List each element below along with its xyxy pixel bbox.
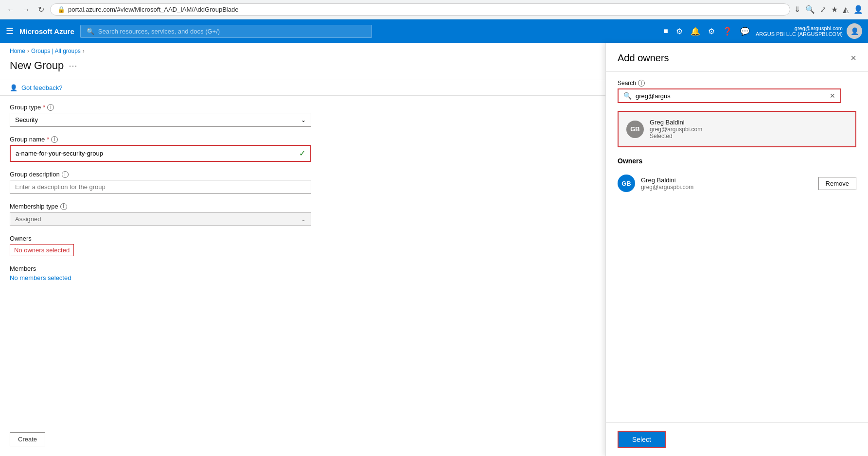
help-icon[interactable]: ❓ — [721, 25, 734, 38]
group-type-value: Security — [15, 116, 38, 123]
membership-type-value: Assigned — [15, 215, 41, 223]
add-owners-panel: Add owners × Search i 🔍 ✕ GB — [605, 43, 868, 456]
result-email: greg@arguspbi.com — [650, 126, 702, 133]
panel-header: Add owners × — [606, 43, 868, 72]
lock-icon: 🔒 — [57, 6, 65, 13]
azure-logo: Microsoft Azure — [19, 27, 74, 35]
group-name-group: Group name * i a-name-for-your-security-… — [10, 136, 596, 162]
group-type-info-icon[interactable]: i — [47, 104, 54, 111]
user-avatar[interactable]: 👤 — [847, 23, 862, 39]
bookmark-icon[interactable]: ★ — [831, 5, 838, 14]
group-name-input-wrapper: a-name-for-your-security-group ✓ — [10, 145, 311, 162]
breadcrumb-sep-1: › — [27, 48, 29, 54]
group-name-label: Group name * i — [10, 136, 596, 143]
notifications-icon[interactable]: 🔔 — [689, 25, 702, 38]
panel-title: Add owners — [618, 53, 669, 64]
feedback-person-icon: 👤 — [10, 84, 18, 91]
main-layout: Home › Groups | All groups › New Group ⋯… — [0, 43, 868, 456]
owner-info: Greg Baldini greg@arguspbi.com — [641, 176, 693, 191]
owner-name: Greg Baldini — [641, 176, 693, 184]
azure-search-bar[interactable]: 🔍 — [80, 25, 372, 38]
download-icon[interactable]: ⇓ — [794, 5, 800, 14]
members-label: Members — [10, 265, 596, 272]
search-label: Search i — [618, 80, 856, 87]
owners-label: Owners — [10, 235, 596, 242]
breadcrumb: Home › Groups | All groups › — [0, 43, 605, 57]
group-name-info-icon[interactable]: i — [51, 136, 58, 143]
browser-menu-icon[interactable]: ◭ — [843, 5, 849, 14]
user-info: greg@arguspbi.com ARGUS PBI LLC (ARGUSPB… — [756, 25, 843, 37]
search-clear-icon[interactable]: ✕ — [830, 92, 835, 100]
owners-section: Owners GB Greg Baldini greg@arguspbi.com… — [618, 157, 856, 196]
feedback-row[interactable]: 👤 Got feedback? — [0, 80, 605, 96]
group-type-select[interactable]: Security ⌄ — [10, 113, 311, 127]
forward-button[interactable]: → — [20, 4, 32, 15]
membership-type-select[interactable]: Assigned ⌄ — [10, 212, 311, 226]
panel-footer: Select — [606, 422, 868, 456]
settings-icon[interactable]: ⚙ — [706, 25, 717, 38]
browser-chrome: ← → ↻ 🔒 portal.azure.com/#view/Microsoft… — [0, 0, 868, 19]
hamburger-menu[interactable]: ☰ — [6, 26, 14, 36]
form-area: Group type * i Security ⌄ Group name * i… — [0, 104, 605, 281]
search-browser-icon[interactable]: 🔍 — [805, 5, 815, 14]
create-button[interactable]: Create — [10, 432, 45, 446]
members-group: Members No members selected — [10, 265, 596, 281]
membership-type-label: Membership type i — [10, 203, 596, 210]
cloud-shell-icon[interactable]: ■ — [661, 25, 670, 37]
breadcrumb-sep-2: › — [83, 48, 85, 54]
search-input-wrapper: 🔍 ✕ — [618, 88, 841, 103]
share-icon[interactable]: ⤢ — [820, 5, 826, 14]
url-text: portal.azure.com/#view/Microsoft_AAD_IAM… — [68, 6, 238, 13]
required-star-name: * — [47, 136, 49, 143]
feedback-icon[interactable]: 💬 — [738, 25, 752, 38]
form-footer: Create — [0, 422, 55, 456]
membership-type-group: Membership type i Assigned ⌄ — [10, 203, 596, 226]
breadcrumb-home[interactable]: Home — [10, 48, 25, 54]
input-check-icon: ✓ — [299, 149, 305, 158]
panel-close-button[interactable]: × — [850, 53, 856, 64]
no-owners-link[interactable]: No owners selected — [10, 244, 74, 256]
required-star: * — [43, 104, 45, 111]
select-button[interactable]: Select — [618, 431, 666, 448]
search-result-item[interactable]: GB Greg Baldini greg@arguspbi.com Select… — [619, 112, 855, 146]
azure-search-input[interactable] — [98, 28, 366, 35]
user-email: greg@arguspbi.com — [795, 25, 843, 31]
search-info-icon[interactable]: i — [638, 80, 645, 87]
result-selected-status: Selected — [650, 133, 702, 140]
result-info: Greg Baldini greg@arguspbi.com Selected — [650, 119, 702, 140]
membership-type-info-icon[interactable]: i — [60, 203, 67, 210]
owner-avatar: GB — [618, 175, 635, 192]
owners-section-title: Owners — [618, 157, 856, 165]
owner-item: GB Greg Baldini greg@arguspbi.com Remove — [618, 171, 856, 196]
panel-body: Search i 🔍 ✕ GB Greg Baldini greg@argusp… — [606, 72, 868, 422]
owner-left: GB Greg Baldini greg@arguspbi.com — [618, 175, 693, 192]
search-input[interactable] — [636, 92, 826, 100]
group-description-group: Group description i — [10, 171, 596, 194]
portal-settings-icon[interactable]: ⚙ — [674, 25, 685, 38]
group-description-label: Group description i — [10, 171, 596, 178]
group-description-info-icon[interactable]: i — [62, 171, 69, 178]
group-description-input[interactable] — [10, 180, 311, 194]
left-panel: Home › Groups | All groups › New Group ⋯… — [0, 43, 605, 456]
result-name: Greg Baldini — [650, 119, 702, 126]
azure-topnav: ☰ Microsoft Azure 🔍 ■ ⚙ 🔔 ⚙ ❓ 💬 greg@arg… — [0, 19, 868, 43]
address-bar[interactable]: 🔒 portal.azure.com/#view/Microsoft_AAD_I… — [50, 3, 790, 16]
topnav-icons: ■ ⚙ 🔔 ⚙ ❓ 💬 greg@arguspbi.com ARGUS PBI … — [661, 23, 862, 39]
breadcrumb-groups[interactable]: Groups | All groups — [31, 48, 81, 54]
back-button[interactable]: ← — [5, 4, 17, 15]
group-name-value[interactable]: a-name-for-your-security-group — [16, 150, 299, 157]
no-members-link[interactable]: No members selected — [10, 274, 71, 281]
search-icon: 🔍 — [87, 28, 94, 35]
chevron-down-icon: ⌄ — [301, 117, 306, 123]
user-org: ARGUS PBI LLC (ARGUSPBI.COM) — [756, 31, 843, 37]
search-magnifier-icon: 🔍 — [623, 92, 632, 100]
remove-owner-button[interactable]: Remove — [818, 177, 856, 190]
group-type-group: Group type * i Security ⌄ — [10, 104, 596, 127]
page-title-row: New Group ⋯ — [0, 57, 605, 80]
owner-email: greg@arguspbi.com — [641, 184, 693, 191]
page-title-more-icon[interactable]: ⋯ — [69, 60, 77, 71]
profile-icon[interactable]: 👤 — [853, 5, 863, 14]
refresh-button[interactable]: ↻ — [36, 4, 46, 15]
result-avatar: GB — [626, 121, 644, 138]
browser-icons: ⇓ 🔍 ⤢ ★ ◭ 👤 — [794, 5, 863, 14]
